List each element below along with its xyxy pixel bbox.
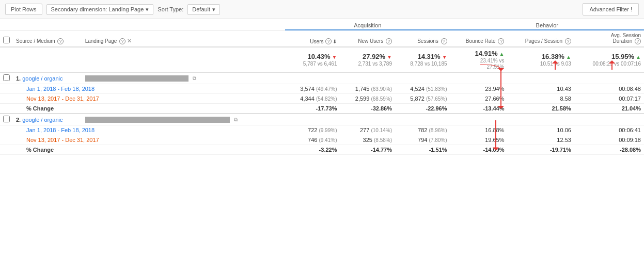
change-new-users: -32.86% — [340, 104, 395, 114]
date-label-cell: Nov 13, 2017 - Dec 31, 2017 — [13, 135, 285, 145]
secondary-dimension-select[interactable]: Secondary dimension: Landing Page ▾ — [46, 4, 154, 15]
avg-session-help-icon[interactable]: ? — [635, 38, 641, 44]
change-avg-session: 21.04% — [574, 104, 644, 114]
landing-page-close-icon[interactable]: ✕ — [127, 38, 132, 44]
row-checkbox[interactable] — [3, 74, 10, 81]
change-users: -17.73% — [285, 104, 340, 114]
table-row: % Change -3.22% -14.77% -1.51% -14.09% -… — [0, 145, 644, 155]
source-medium-link[interactable]: google / organic — [22, 75, 62, 82]
date-checkbox-cell — [0, 84, 13, 94]
plot-rows-button[interactable]: Plot Rows — [5, 4, 42, 15]
sort-type-label: Sort Type: — [158, 6, 183, 12]
copy-icon[interactable]: ⧉ — [193, 75, 196, 82]
bounce-rate-help-icon[interactable]: ? — [498, 38, 504, 44]
avg-session-header[interactable]: Avg. SessionDuration ? — [574, 30, 644, 47]
summary-new-users-main: 27.92% — [363, 53, 385, 60]
summary-sessions-cell: 14.31% ▼ 8,728 vs 10,185 — [395, 47, 450, 72]
pages-session-help-icon[interactable]: ? — [565, 38, 571, 44]
date-pages-session: 10.43 — [507, 84, 574, 94]
date-label: Nov 13, 2017 - Dec 31, 2017 — [16, 137, 99, 143]
summary-sessions-trend-icon: ▼ — [442, 54, 447, 60]
date-new-users: 277 (10.14%) — [340, 125, 395, 135]
change-pages-session: -19.71% — [507, 145, 574, 155]
landing-page-header: Landing Page ? ✕ — [82, 30, 285, 47]
row-sessions-empty — [395, 72, 450, 84]
copy-icon[interactable]: ⧉ — [234, 117, 238, 123]
date-label: Jan 1, 2018 - Feb 18, 2018 — [16, 86, 95, 92]
date-avg-session: 00:08:48 — [574, 84, 644, 94]
row-avg-session-empty — [574, 72, 644, 84]
advanced-filter-button[interactable]: Advanced Filter ! — [583, 3, 639, 15]
change-users: -3.22% — [285, 145, 340, 155]
acquisition-group-header: Acquisition — [285, 19, 450, 30]
date-new-users: 2,599 (68.59%) — [340, 94, 395, 104]
row-pages-session-empty — [507, 72, 574, 84]
sort-type-value: Default — [192, 6, 210, 12]
sessions-header[interactable]: Sessions ? — [395, 30, 450, 47]
date-label-cell: Nov 13, 2017 - Dec 31, 2017 — [13, 94, 285, 104]
date-new-users: 1,745 (63.90%) — [340, 84, 395, 94]
summary-avg-session-trend-icon: ▲ — [636, 54, 641, 60]
summary-bounce-sub1: 23.41% vs — [480, 58, 505, 63]
sessions-help-icon[interactable]: ? — [441, 38, 447, 44]
new-users-header[interactable]: New Users ? — [340, 30, 395, 47]
sort-type-select[interactable]: Default ▾ — [187, 4, 220, 15]
change-sessions: -22.96% — [395, 104, 450, 114]
row-bounce-empty — [450, 114, 508, 125]
summary-sessions-main: 14.31% — [417, 53, 440, 60]
users-help-icon[interactable]: ? — [325, 38, 332, 44]
row-bar-cell: ⧉ — [82, 114, 285, 125]
summary-pages-session-sub: 10.51 vs 9.03 — [540, 61, 571, 67]
table-row: 1. google / organic ⧉ — [0, 72, 644, 84]
row-checkbox-cell[interactable] — [0, 72, 13, 84]
date-label: Nov 13, 2017 - Dec 31, 2017 — [16, 96, 99, 102]
table-wrapper: Acquisition Behavior Source / Medium ? L… — [0, 19, 644, 155]
landing-page-help-icon[interactable]: ? — [119, 38, 125, 44]
users-header[interactable]: Users ? ⬇ — [285, 30, 340, 47]
summary-bounce-cell: 14.91% ▲ 23.41% vs 27.51% — [450, 47, 508, 72]
change-bounce: -14.09% — [450, 145, 508, 155]
select-all-checkbox[interactable] — [3, 37, 10, 43]
date-sessions: 782 (8.96%) — [395, 125, 450, 135]
left-group-header — [0, 19, 285, 30]
row-bounce-empty — [450, 72, 508, 84]
pages-session-header[interactable]: Pages / Session ? — [507, 30, 574, 47]
change-pages-session: 21.58% — [507, 104, 574, 114]
summary-users-sub: 5,787 vs 6,461 — [303, 61, 337, 67]
secondary-dimension-label: Secondary dimension: Landing Page — [51, 6, 144, 12]
summary-users-cell: 10.43% ▼ 5,787 vs 6,461 — [285, 47, 340, 72]
group-header-row: Acquisition Behavior — [0, 19, 644, 30]
date-sessions: 794 (7.80%) — [395, 135, 450, 145]
new-users-help-icon[interactable]: ? — [386, 38, 392, 44]
date-pages-session: 8.58 — [507, 94, 574, 104]
date-pages-session: 12.53 — [507, 135, 574, 145]
summary-users-trend-icon: ▼ — [332, 54, 337, 60]
row-index: 2. — [16, 117, 21, 123]
chevron-down-icon: ▾ — [146, 6, 149, 13]
bounce-rate-header[interactable]: Bounce Rate ? — [450, 30, 508, 47]
date-users: 4,344 (54.82%) — [285, 94, 340, 104]
chevron-down-icon: ▾ — [212, 6, 215, 13]
row-checkbox-cell[interactable] — [0, 114, 13, 125]
summary-avg-session-cell: 15.95% ▲ 00:08:25 vs 00:07:16 — [574, 47, 644, 72]
source-medium-link[interactable]: google / organic — [22, 117, 62, 123]
summary-checkbox-cell — [0, 47, 13, 72]
row-checkbox[interactable] — [3, 116, 10, 122]
bar-chart — [85, 117, 230, 123]
row-sessions-empty — [395, 114, 450, 125]
summary-new-users-trend-icon: ▼ — [387, 54, 392, 60]
select-all-checkbox-header[interactable] — [0, 30, 13, 47]
date-bounce: 19.65% — [450, 135, 508, 145]
summary-avg-session-main: 15.95% — [611, 53, 634, 60]
row-new-users-empty — [340, 72, 395, 84]
summary-bounce-trend-icon: ▲ — [499, 51, 505, 57]
summary-bounce-sub2: 27.51% — [487, 64, 505, 70]
summary-avg-session-sub: 00:08:25 vs 00:07:16 — [593, 61, 641, 67]
table-row: Jan 1, 2018 - Feb 18, 2018 722 (9.99%) 2… — [0, 125, 644, 135]
summary-bounce-main: 14.91% — [475, 50, 497, 57]
summary-bar-cell — [82, 47, 285, 72]
summary-pages-session-cell: 16.38% ▲ 10.51 vs 9.03 — [507, 47, 574, 72]
source-medium-help-icon[interactable]: ? — [57, 38, 64, 44]
summary-pages-session-trend-icon: ▲ — [566, 54, 571, 60]
change-label: % Change — [16, 105, 54, 112]
